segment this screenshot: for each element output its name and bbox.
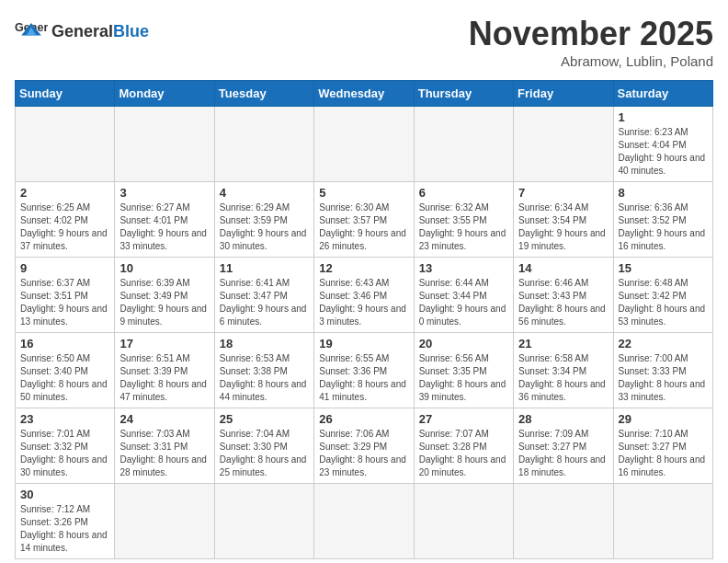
calendar-week-1: 1Sunrise: 6:23 AMSunset: 4:04 PMDaylight… — [16, 107, 713, 182]
table-row: 10Sunrise: 6:39 AMSunset: 3:49 PMDayligh… — [115, 258, 214, 333]
day-info: Sunrise: 7:12 AMSunset: 3:26 PMDaylight:… — [20, 503, 109, 555]
day-number: 29 — [619, 412, 708, 426]
day-info: Sunrise: 6:37 AMSunset: 3:51 PMDaylight:… — [20, 277, 109, 328]
location: Abramow, Lublin, Poland — [469, 53, 713, 69]
day-number: 5 — [319, 186, 408, 200]
day-number: 11 — [220, 261, 309, 275]
month-title: November 2025 — [469, 15, 713, 53]
day-number: 19 — [319, 337, 408, 350]
day-info: Sunrise: 6:44 AMSunset: 3:44 PMDaylight:… — [419, 277, 508, 328]
day-info: Sunrise: 6:58 AMSunset: 3:34 PMDaylight:… — [518, 352, 608, 404]
table-row: 6Sunrise: 6:32 AMSunset: 3:55 PMDaylight… — [414, 182, 513, 258]
day-info: Sunrise: 7:01 AMSunset: 3:32 PMDaylight:… — [20, 428, 109, 479]
day-info: Sunrise: 7:07 AMSunset: 3:28 PMDaylight:… — [419, 428, 508, 479]
table-row: 3Sunrise: 6:27 AMSunset: 4:01 PMDaylight… — [115, 182, 214, 258]
day-info: Sunrise: 6:30 AMSunset: 3:57 PMDaylight:… — [319, 201, 408, 253]
day-info: Sunrise: 6:41 AMSunset: 3:47 PMDaylight:… — [220, 277, 309, 328]
day-number: 12 — [319, 261, 408, 275]
calendar-week-2: 2Sunrise: 6:25 AMSunset: 4:02 PMDaylight… — [16, 182, 713, 258]
day-number: 13 — [419, 261, 508, 275]
table-row: 15Sunrise: 6:48 AMSunset: 3:42 PMDayligh… — [613, 258, 712, 333]
day-number: 7 — [518, 186, 608, 200]
table-row: 28Sunrise: 7:09 AMSunset: 3:27 PMDayligh… — [514, 408, 613, 484]
day-info: Sunrise: 7:04 AMSunset: 3:30 PMDaylight:… — [220, 428, 309, 479]
day-info: Sunrise: 7:06 AMSunset: 3:29 PMDaylight:… — [319, 428, 408, 479]
day-number: 23 — [20, 412, 109, 426]
col-sunday: Sunday — [16, 81, 115, 107]
table-row: 7Sunrise: 6:34 AMSunset: 3:54 PMDaylight… — [514, 182, 613, 258]
day-info: Sunrise: 7:03 AMSunset: 3:31 PMDaylight:… — [119, 428, 209, 479]
title-area: November 2025 Abramow, Lublin, Poland — [469, 15, 713, 69]
day-info: Sunrise: 6:34 AMSunset: 3:54 PMDaylight:… — [518, 201, 608, 253]
table-row: 18Sunrise: 6:53 AMSunset: 3:38 PMDayligh… — [214, 333, 313, 408]
day-number: 20 — [419, 337, 508, 350]
calendar-week-3: 9Sunrise: 6:37 AMSunset: 3:51 PMDaylight… — [16, 258, 713, 333]
table-row: 16Sunrise: 6:50 AMSunset: 3:40 PMDayligh… — [16, 333, 115, 408]
day-number: 30 — [20, 488, 109, 501]
table-row: 13Sunrise: 6:44 AMSunset: 3:44 PMDayligh… — [414, 258, 513, 333]
day-number: 28 — [518, 412, 608, 426]
table-row: 20Sunrise: 6:56 AMSunset: 3:35 PMDayligh… — [414, 333, 513, 408]
table-row: 4Sunrise: 6:29 AMSunset: 3:59 PMDaylight… — [214, 182, 313, 258]
day-info: Sunrise: 6:48 AMSunset: 3:42 PMDaylight:… — [619, 277, 708, 328]
col-tuesday: Tuesday — [214, 81, 313, 107]
table-row: 22Sunrise: 7:00 AMSunset: 3:33 PMDayligh… — [613, 333, 712, 408]
day-number: 27 — [419, 412, 508, 426]
day-info: Sunrise: 6:36 AMSunset: 3:52 PMDaylight:… — [619, 201, 708, 253]
day-info: Sunrise: 7:09 AMSunset: 3:27 PMDaylight:… — [518, 428, 608, 479]
day-info: Sunrise: 6:46 AMSunset: 3:43 PMDaylight:… — [518, 277, 608, 328]
table-row: 2Sunrise: 6:25 AMSunset: 4:02 PMDaylight… — [16, 182, 115, 258]
day-number: 24 — [119, 412, 209, 426]
col-monday: Monday — [115, 81, 214, 107]
day-info: Sunrise: 6:23 AMSunset: 4:04 PMDaylight:… — [619, 126, 708, 178]
day-number: 17 — [119, 337, 209, 350]
day-info: Sunrise: 6:29 AMSunset: 3:59 PMDaylight:… — [220, 201, 309, 253]
calendar-header-row: Sunday Monday Tuesday Wednesday Thursday… — [16, 81, 713, 107]
table-row: 11Sunrise: 6:41 AMSunset: 3:47 PMDayligh… — [214, 258, 313, 333]
day-number: 6 — [419, 186, 508, 200]
table-row — [115, 107, 214, 182]
day-number: 18 — [220, 337, 309, 350]
table-row: 23Sunrise: 7:01 AMSunset: 3:32 PMDayligh… — [16, 408, 115, 484]
logo-text: GeneralBlue — [51, 23, 149, 40]
table-row — [115, 484, 214, 559]
day-number: 26 — [319, 412, 408, 426]
page-header: General GeneralBlue November 2025 Abramo… — [15, 15, 713, 69]
col-saturday: Saturday — [613, 81, 712, 107]
table-row: 30Sunrise: 7:12 AMSunset: 3:26 PMDayligh… — [16, 484, 115, 559]
table-row: 25Sunrise: 7:04 AMSunset: 3:30 PMDayligh… — [214, 408, 313, 484]
table-row — [514, 107, 613, 182]
table-row — [514, 484, 613, 559]
table-row — [414, 484, 513, 559]
col-thursday: Thursday — [414, 81, 513, 107]
table-row — [613, 484, 712, 559]
day-info: Sunrise: 6:43 AMSunset: 3:46 PMDaylight:… — [319, 277, 408, 328]
day-info: Sunrise: 6:39 AMSunset: 3:49 PMDaylight:… — [119, 277, 209, 328]
day-number: 4 — [220, 186, 309, 200]
table-row — [214, 484, 313, 559]
day-info: Sunrise: 6:56 AMSunset: 3:35 PMDaylight:… — [419, 352, 508, 404]
table-row — [16, 107, 115, 182]
day-number: 1 — [619, 110, 708, 124]
day-info: Sunrise: 6:53 AMSunset: 3:38 PMDaylight:… — [220, 352, 309, 404]
col-wednesday: Wednesday — [314, 81, 414, 107]
day-info: Sunrise: 6:25 AMSunset: 4:02 PMDaylight:… — [20, 201, 109, 253]
table-row: 1Sunrise: 6:23 AMSunset: 4:04 PMDaylight… — [613, 107, 712, 182]
day-number: 8 — [619, 186, 708, 200]
day-number: 2 — [20, 186, 109, 200]
table-row: 29Sunrise: 7:10 AMSunset: 3:27 PMDayligh… — [613, 408, 712, 484]
table-row — [414, 107, 513, 182]
day-number: 22 — [619, 337, 708, 350]
table-row — [314, 107, 414, 182]
table-row: 24Sunrise: 7:03 AMSunset: 3:31 PMDayligh… — [115, 408, 214, 484]
col-friday: Friday — [514, 81, 613, 107]
calendar-week-4: 16Sunrise: 6:50 AMSunset: 3:40 PMDayligh… — [16, 333, 713, 408]
table-row: 8Sunrise: 6:36 AMSunset: 3:52 PMDaylight… — [613, 182, 712, 258]
day-number: 15 — [619, 261, 708, 275]
day-info: Sunrise: 7:00 AMSunset: 3:33 PMDaylight:… — [619, 352, 708, 404]
table-row: 17Sunrise: 6:51 AMSunset: 3:39 PMDayligh… — [115, 333, 214, 408]
day-info: Sunrise: 6:27 AMSunset: 4:01 PMDaylight:… — [119, 201, 209, 253]
day-number: 3 — [119, 186, 209, 200]
table-row: 12Sunrise: 6:43 AMSunset: 3:46 PMDayligh… — [314, 258, 414, 333]
table-row: 9Sunrise: 6:37 AMSunset: 3:51 PMDaylight… — [16, 258, 115, 333]
